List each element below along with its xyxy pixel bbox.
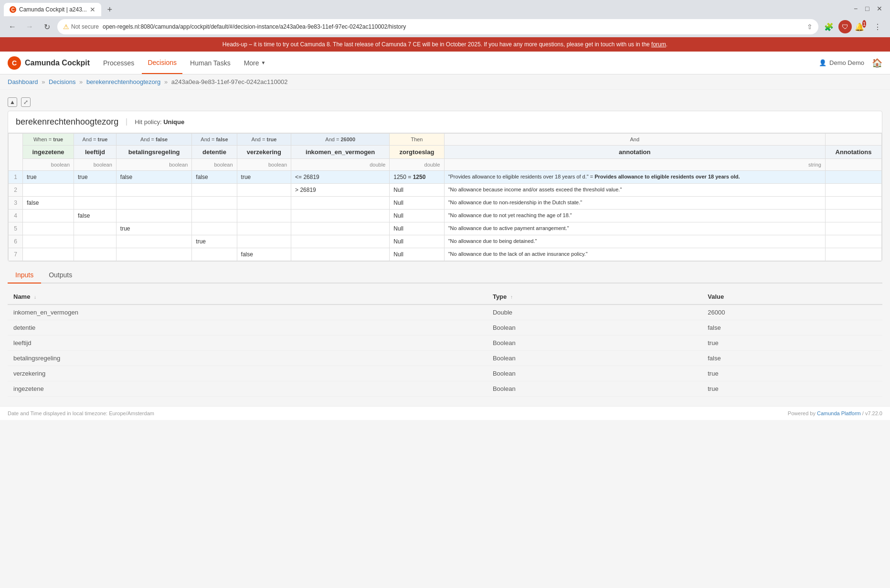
nav-human-tasks[interactable]: Human Tasks bbox=[184, 52, 236, 74]
shield-icon[interactable]: 🛡 bbox=[838, 20, 852, 33]
cell-ingezetene bbox=[23, 248, 74, 261]
decision-table-header: berekenrechtenhoogtezorg Hit policy: Uni… bbox=[8, 111, 882, 133]
cell-verzekering bbox=[237, 235, 291, 248]
tab-outputs[interactable]: Outputs bbox=[41, 267, 80, 284]
content-area: ▲ ⤢ berekenrechtenhoogtezorg Hit policy:… bbox=[0, 90, 890, 402]
table-row: 7falseNull"No allowance due to the lack … bbox=[9, 248, 882, 261]
notifications-icon[interactable]: 🔔 1 bbox=[855, 20, 868, 33]
active-tab[interactable]: C Camunda Cockpit | a243... ✕ bbox=[4, 3, 101, 16]
browser-chrome: C Camunda Cockpit | a243... ✕ + − □ ✕ ← … bbox=[0, 0, 890, 37]
security-label: Not secure bbox=[71, 23, 99, 30]
and-betalingsregeling-header: And = false bbox=[116, 134, 191, 146]
new-tab-button[interactable]: + bbox=[103, 3, 117, 16]
nav-processes[interactable]: Processes bbox=[97, 52, 140, 74]
breadcrumb-sep-1: » bbox=[42, 78, 47, 85]
announcement-banner: Heads-up – it is time to try out Camunda… bbox=[0, 37, 890, 52]
cell-value: true bbox=[702, 366, 882, 381]
type-leeftijd: boolean bbox=[74, 159, 117, 171]
inputs-header-row: Name ↓ Type ↑ Value bbox=[8, 289, 882, 304]
breadcrumb-dashboard[interactable]: Dashboard bbox=[8, 78, 38, 85]
cell-annotations bbox=[825, 210, 881, 222]
name-sort-icon: ↓ bbox=[34, 294, 36, 300]
table-scroll-container[interactable]: When = true And = true And = false And =… bbox=[8, 133, 882, 261]
banner-text: Heads-up – it is time to try out Camunda… bbox=[222, 41, 651, 48]
col-name-header[interactable]: Name ↓ bbox=[8, 289, 487, 304]
minimize-button[interactable]: − bbox=[854, 5, 863, 14]
and-inkomen-header: And = 26000 bbox=[291, 134, 390, 146]
col-annotation: annotation bbox=[444, 146, 825, 159]
cell-zorgtoeslag: Null bbox=[390, 248, 444, 261]
inputs-table: Name ↓ Type ↑ Value inkomen_en_vermogenD… bbox=[8, 289, 882, 397]
cell-ingezetene: false bbox=[23, 197, 74, 210]
platform-link[interactable]: Camunda Platform bbox=[817, 410, 861, 416]
list-item: leeftijdBooleantrue bbox=[8, 336, 882, 351]
cell-detentie bbox=[192, 184, 237, 197]
nav-more[interactable]: More ▼ bbox=[238, 52, 272, 74]
cell-inkomen: <= 26819 bbox=[291, 171, 390, 184]
cell-verzekering bbox=[237, 184, 291, 197]
and-verzekering-header: And = true bbox=[237, 134, 291, 146]
col-detentie: detentie bbox=[192, 146, 237, 159]
cell-leeftijd bbox=[74, 248, 117, 261]
hit-policy-value: Unique bbox=[163, 118, 184, 126]
cell-type: Boolean bbox=[487, 351, 702, 366]
cell-annotations bbox=[825, 222, 881, 235]
cell-annotation: "No allowance because income and/or asse… bbox=[444, 184, 825, 197]
decision-table-container: berekenrechtenhoogtezorg Hit policy: Uni… bbox=[8, 111, 882, 262]
user-label: Demo Demo bbox=[829, 59, 864, 66]
close-button[interactable]: ✕ bbox=[877, 5, 886, 14]
cell-detentie: true bbox=[192, 235, 237, 248]
user-icon: 👤 bbox=[819, 59, 826, 66]
tab-bar: C Camunda Cockpit | a243... ✕ + − □ ✕ bbox=[0, 0, 890, 16]
app-logo: C Camunda Cockpit bbox=[8, 56, 90, 70]
expand-full-icon[interactable]: ⤢ bbox=[21, 97, 31, 107]
list-item: verzekeringBooleantrue bbox=[8, 366, 882, 381]
cell-zorgtoeslag: 1250 = 1250 bbox=[390, 171, 444, 184]
maximize-button[interactable]: □ bbox=[865, 5, 875, 14]
cell-type: Boolean bbox=[487, 366, 702, 381]
hit-policy: Hit policy: Unique bbox=[126, 118, 184, 126]
cell-name: inkomen_en_vermogen bbox=[8, 304, 487, 320]
cell-annotation: "No allowance due to active payment arra… bbox=[444, 222, 825, 235]
cell-type: Double bbox=[487, 304, 702, 320]
type-ingezetene: boolean bbox=[23, 159, 74, 171]
cell-verzekering bbox=[237, 210, 291, 222]
inputs-table-section: Name ↓ Type ↑ Value inkomen_en_vermogenD… bbox=[8, 289, 882, 397]
extensions-icon[interactable]: 🧩 bbox=[822, 20, 836, 33]
breadcrumb-decision-name[interactable]: berekenrechtenhoogtezorg bbox=[86, 78, 160, 85]
share-icon[interactable]: ⇧ bbox=[807, 23, 813, 31]
cell-annotation: "Provides allowance to eligible resident… bbox=[444, 171, 825, 184]
cell-name: ingezetene bbox=[8, 381, 487, 397]
home-icon[interactable]: 🏠 bbox=[872, 58, 882, 68]
breadcrumb-decisions[interactable]: Decisions bbox=[49, 78, 75, 85]
cell-verzekering bbox=[237, 222, 291, 235]
cell-inkomen: > 26819 bbox=[291, 184, 390, 197]
reload-button[interactable]: ↻ bbox=[40, 20, 53, 33]
collapse-icon[interactable]: ▲ bbox=[8, 97, 17, 107]
tab-close-button[interactable]: ✕ bbox=[90, 6, 95, 13]
banner-link[interactable]: forum bbox=[651, 41, 666, 48]
address-bar: ← → ↻ ⚠ Not secure open-regels.nl:8080/c… bbox=[0, 16, 890, 37]
nav-decisions[interactable]: Decisions bbox=[142, 52, 182, 74]
address-input[interactable]: ⚠ Not secure open-regels.nl:8080/camunda… bbox=[57, 19, 818, 34]
more-tools-icon[interactable]: ⋮ bbox=[871, 20, 884, 33]
list-item: betalingsregelingBooleanfalse bbox=[8, 351, 882, 366]
tab-inputs[interactable]: Inputs bbox=[8, 267, 41, 284]
condition-header-row: When = true And = true And = false And =… bbox=[9, 134, 882, 146]
back-button[interactable]: ← bbox=[6, 20, 19, 33]
table-row: 2> 26819Null"No allowance because income… bbox=[9, 184, 882, 197]
tab-favicon: C bbox=[10, 6, 16, 13]
row-number: 4 bbox=[9, 210, 23, 222]
cell-type: Boolean bbox=[487, 320, 702, 336]
cell-verzekering: false bbox=[237, 248, 291, 261]
chevron-down-icon: ▼ bbox=[261, 60, 266, 65]
col-type-header[interactable]: Type ↑ bbox=[487, 289, 702, 304]
and-detentie-header: And = false bbox=[192, 134, 237, 146]
forward-button[interactable]: → bbox=[23, 20, 36, 33]
list-item: inkomen_en_vermogenDouble26000 bbox=[8, 304, 882, 320]
cell-inkomen bbox=[291, 210, 390, 222]
user-menu[interactable]: 👤 Demo Demo bbox=[819, 59, 864, 66]
cell-leeftijd: true bbox=[74, 171, 117, 184]
cell-leeftijd bbox=[74, 184, 117, 197]
col-zorgtoeslag: zorgtoeslag bbox=[390, 146, 444, 159]
